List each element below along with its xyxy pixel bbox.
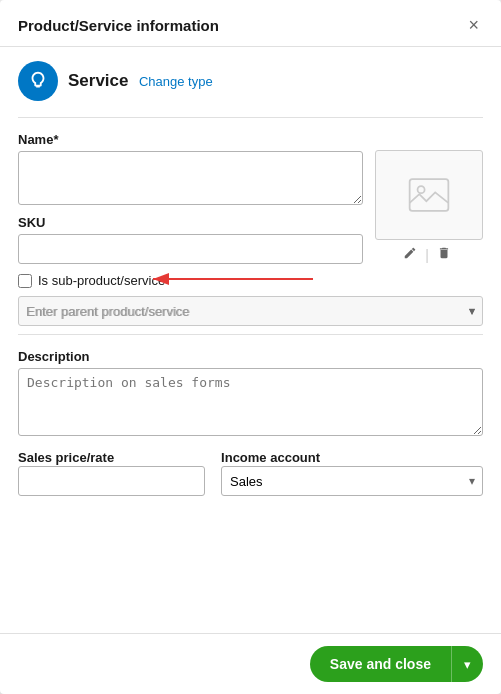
checkbox-row: Is sub-product/service xyxy=(18,273,483,288)
name-label: Name* xyxy=(18,132,363,147)
image-upload-icon xyxy=(407,176,451,214)
sku-input[interactable] xyxy=(18,234,363,264)
price-label: Sales price/rate xyxy=(18,450,114,465)
section-divider xyxy=(18,117,483,118)
image-col: | xyxy=(375,132,483,265)
image-actions: | xyxy=(401,244,457,265)
save-dropdown-chevron-icon: ▾ xyxy=(464,657,471,672)
sub-product-checkbox[interactable] xyxy=(18,274,32,288)
sku-label: SKU xyxy=(18,215,363,230)
description-divider xyxy=(18,334,483,335)
description-input[interactable] xyxy=(18,368,483,436)
name-sku-col: Name* SKU xyxy=(18,132,363,264)
description-group: Description xyxy=(18,349,483,436)
service-info: Service Change type xyxy=(68,71,213,91)
save-dropdown-button[interactable]: ▾ xyxy=(452,646,483,682)
income-account-select[interactable]: Sales xyxy=(221,466,483,496)
modal-title: Product/Service information xyxy=(18,17,219,34)
service-icon xyxy=(18,61,58,101)
image-placeholder xyxy=(375,150,483,240)
svg-rect-0 xyxy=(410,179,449,211)
svg-point-1 xyxy=(418,186,425,193)
parent-select-wrapper: Enter parent product/service ▾ Enter par… xyxy=(18,296,483,326)
price-group: Sales price/rate xyxy=(18,448,205,496)
name-group: Name* xyxy=(18,132,363,205)
income-select-wrapper: Sales xyxy=(221,466,483,496)
checkbox-section: Is sub-product/service E xyxy=(18,273,483,326)
modal-footer: Save and close ▾ xyxy=(0,633,501,694)
name-image-row: Name* SKU xyxy=(18,132,483,265)
price-input[interactable] xyxy=(18,466,205,496)
service-row: Service Change type xyxy=(18,61,483,101)
income-group: Income account Sales xyxy=(221,448,483,496)
service-type-icon xyxy=(27,70,49,92)
modal-header: Product/Service information × xyxy=(0,0,501,47)
description-label: Description xyxy=(18,349,483,364)
arrow-annotation xyxy=(148,267,318,295)
bottom-section: Sales price/rate Income account Sales xyxy=(18,448,483,496)
change-type-link[interactable]: Change type xyxy=(139,74,213,89)
income-account-label: Income account xyxy=(221,450,320,465)
save-button-group: Save and close ▾ xyxy=(310,646,483,682)
sku-group: SKU xyxy=(18,215,363,264)
parent-product-select: Enter parent product/service xyxy=(18,296,483,326)
close-button[interactable]: × xyxy=(464,14,483,36)
product-service-modal: Product/Service information × Service Ch… xyxy=(0,0,501,694)
modal-body: Service Change type Name* SKU xyxy=(0,47,501,633)
sub-product-label: Is sub-product/service xyxy=(38,273,165,288)
arrow-svg xyxy=(148,267,318,291)
delete-image-button[interactable] xyxy=(435,244,453,265)
service-label: Service xyxy=(68,71,129,90)
name-input[interactable] xyxy=(18,151,363,205)
image-divider: | xyxy=(425,247,429,263)
edit-image-button[interactable] xyxy=(401,244,419,265)
save-and-close-button[interactable]: Save and close xyxy=(310,646,452,682)
